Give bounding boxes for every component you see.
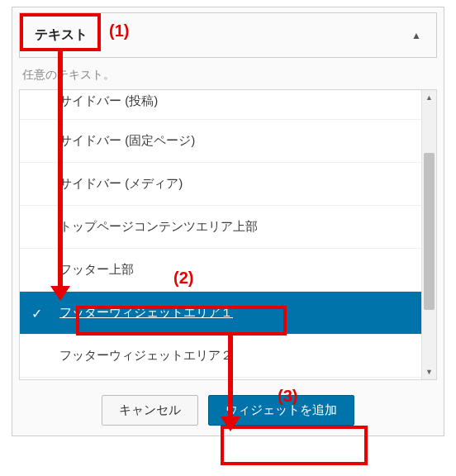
panel-description: 任意のテキスト。 bbox=[22, 68, 434, 83]
area-list[interactable]: ✓サイドバー (投稿)✓サイドバー (固定ページ)✓サイドバー (メディア)✓ト… bbox=[20, 90, 421, 379]
actions-row: キャンセル ウィジェットを追加 bbox=[19, 380, 437, 431]
check-icon: ✓ bbox=[31, 305, 42, 321]
add-widget-button[interactable]: ウィジェットを追加 bbox=[208, 395, 354, 426]
area-item-2[interactable]: ✓サイドバー (メディア) bbox=[20, 163, 421, 206]
scrollbar-thumb[interactable] bbox=[424, 153, 435, 310]
area-item-label: サイドバー (投稿) bbox=[59, 93, 158, 107]
scrollbar-down-icon[interactable]: ▼ bbox=[422, 364, 436, 379]
area-item-label: フッターウィジェットエリア１ bbox=[59, 305, 233, 319]
area-item-0[interactable]: ✓サイドバー (投稿) bbox=[20, 90, 421, 120]
widget-panel: テキスト ▲ 任意のテキスト。 ✓サイドバー (投稿)✓サイドバー (固定ページ… bbox=[12, 7, 444, 436]
area-item-7[interactable]: ✓フッターウィジェットエリア３ bbox=[20, 378, 421, 379]
area-item-label: フッターウィジェットエリア２ bbox=[59, 348, 233, 362]
area-item-6[interactable]: ✓フッターウィジェットエリア２ bbox=[20, 335, 421, 378]
area-item-label: サイドバー (固定ページ) bbox=[59, 133, 195, 147]
area-list-container: ✓サイドバー (投稿)✓サイドバー (固定ページ)✓サイドバー (メディア)✓ト… bbox=[19, 89, 437, 380]
panel-header[interactable]: テキスト ▲ bbox=[19, 12, 437, 58]
scrollbar[interactable]: ▲ ▼ bbox=[421, 90, 436, 379]
area-item-label: フッター上部 bbox=[59, 262, 134, 276]
scrollbar-up-icon[interactable]: ▲ bbox=[422, 90, 436, 105]
area-item-label: サイドバー (メディア) bbox=[59, 176, 183, 190]
cancel-button[interactable]: キャンセル bbox=[102, 395, 198, 426]
area-item-4[interactable]: ✓フッター上部 bbox=[20, 249, 421, 292]
area-item-5[interactable]: ✓フッターウィジェットエリア１ bbox=[20, 292, 421, 335]
chevron-up-icon: ▲ bbox=[411, 30, 421, 41]
area-item-label: トップページコンテンツエリア上部 bbox=[59, 219, 258, 233]
area-item-3[interactable]: ✓トップページコンテンツエリア上部 bbox=[20, 206, 421, 249]
panel-title: テキスト bbox=[35, 26, 88, 44]
area-item-1[interactable]: ✓サイドバー (固定ページ) bbox=[20, 120, 421, 163]
